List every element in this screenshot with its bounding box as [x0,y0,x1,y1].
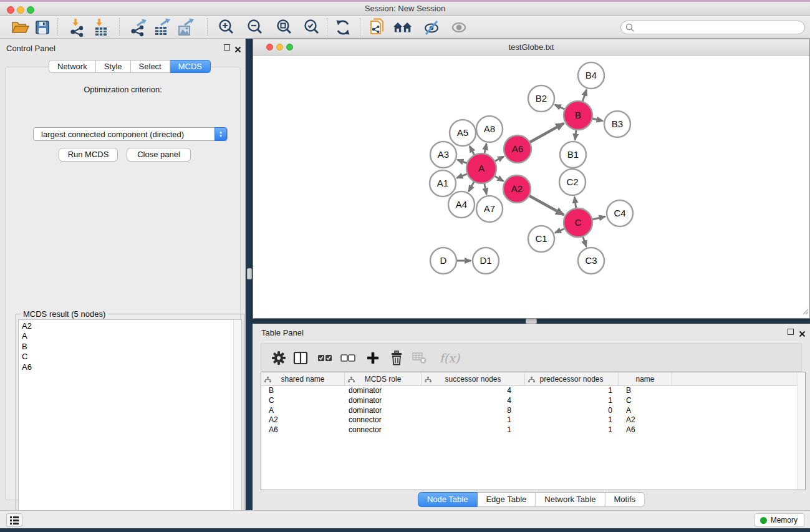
graph-node-label: D [440,255,447,266]
export-table-icon[interactable] [152,17,171,37]
table-row[interactable]: Cdominator41C [261,396,797,406]
scrollbar-track[interactable] [797,372,805,490]
mcds-result-item[interactable]: C [19,352,241,362]
graph-node-label: A5 [457,127,468,138]
table-row[interactable]: A6connector11A6 [261,425,797,435]
fx-label: f(x) [440,351,460,365]
float-panel-icon[interactable] [224,44,230,51]
delete-columns-icon[interactable] [388,349,405,367]
select-all-icon[interactable] [316,349,334,367]
column-type-icon [528,376,535,385]
mcds-result-item[interactable]: A6 [19,362,241,372]
search-box[interactable] [620,21,805,34]
zoom-selected-icon[interactable] [302,17,322,37]
column-header-shared-name[interactable]: shared name [261,372,345,386]
export-image-icon[interactable] [175,17,195,37]
network-canvas[interactable]: B4B2BB3A5A8A6B1A3AA1C2A2A4A7C4CC1C3DD1 [253,56,809,318]
search-input[interactable] [637,22,799,33]
export-network-icon[interactable] [128,17,148,37]
graph-node-label: C2 [566,177,578,187]
mcds-result-list[interactable]: A2ABCA6 [18,319,242,521]
zoom-fit-icon[interactable] [274,17,294,37]
tab-edge-table[interactable]: Edge Table [477,492,536,507]
close-panel-icon[interactable] [799,329,806,336]
task-history-button[interactable] [6,513,22,527]
network-graph[interactable]: B4B2BB3A5A8A6B1A3AA1C2A2A4A7C4CC1C3DD1 [253,56,809,318]
close-panel-button[interactable]: Close panel [127,148,191,162]
list-icon [9,515,20,526]
table-panel-tabs: Node TableEdge TableNetwork TableMotifs [418,492,645,507]
close-panel-icon[interactable] [234,44,241,51]
deselect-all-icon[interactable] [339,349,357,367]
delete-table-icon[interactable] [411,349,428,367]
table-row[interactable]: Bdominator41B [261,386,797,396]
table-cell: A [619,406,672,416]
open-file-icon[interactable] [10,17,30,37]
show-columns-icon[interactable] [292,349,309,367]
import-table-icon[interactable] [91,17,111,37]
status-bar: Memory [0,510,810,528]
tab-motifs[interactable]: Motifs [605,492,645,507]
table-row[interactable]: A2connector11A2 [261,415,797,425]
memory-button[interactable]: Memory [755,513,804,527]
tab-network[interactable]: Network [49,60,96,73]
function-builder-icon[interactable]: f(x) [437,349,462,367]
vertical-splitter-grip[interactable] [247,268,252,279]
toolbar-divider [207,18,208,36]
table-cell: A6 [619,425,672,435]
table-cell: 1 [422,425,525,435]
mcds-result-item[interactable]: B [19,342,241,352]
create-column-icon[interactable] [364,349,382,367]
mcds-result-item[interactable]: A2 [19,320,241,331]
table-cell: 1 [525,386,619,396]
main-toolbar [0,16,810,39]
float-panel-icon[interactable] [788,329,794,335]
network-window-titlebar[interactable]: testGlobe.txt [253,39,809,56]
import-network-icon[interactable] [67,17,87,37]
graph-node-label: B4 [586,70,597,80]
refresh-layout-icon[interactable] [333,17,353,37]
new-network-from-selection-icon[interactable] [367,17,387,37]
table-cell: A [261,406,345,416]
table-cell: C [619,396,672,406]
graph-node-label: B3 [612,118,623,129]
window-resize-grip[interactable] [801,306,809,317]
column-type-icon [264,376,271,385]
table-row[interactable]: Adominator80A [261,406,797,416]
tab-network-table[interactable]: Network Table [536,492,605,507]
save-session-icon[interactable] [32,17,52,37]
main-titlebar[interactable]: Session: New Session [0,2,810,16]
mcds-result-group: MCDS result (5 nodes) A2ABCA6 [16,314,244,524]
column-header-MCDS-role[interactable]: MCDS role [345,372,422,386]
criterion-dropdown[interactable]: largest connected component (directed) ▲… [33,127,228,141]
tab-mcds[interactable]: MCDS [170,60,211,73]
toolbar-divider [119,18,120,36]
control-panel: Control Panel Optimization criterion: la… [0,39,246,510]
mcds-result-title: MCDS result (5 nodes) [21,309,108,319]
graph-node-label: A2 [511,183,523,194]
zoom-in-icon[interactable] [216,17,236,37]
hide-selected-icon[interactable] [422,17,441,37]
search-icon [625,23,635,35]
tab-select[interactable]: Select [131,60,170,73]
memory-status-icon [760,517,767,524]
column-header-successor-nodes[interactable]: successor nodes [422,372,525,386]
graph-node-label: C3 [585,255,597,266]
horizontal-splitter-grip[interactable] [526,319,537,324]
graph-node-label: B [575,110,581,120]
tab-style[interactable]: Style [96,60,131,73]
network-view-window[interactable]: testGlobe.txt B4B2BB3A5A8A6B1A3AA1C2A2A4… [253,39,810,319]
table-cell: dominator [345,396,422,406]
first-neighbors-icon[interactable] [393,17,413,37]
show-all-icon[interactable] [449,17,469,37]
table-cell: A2 [619,415,672,425]
tab-node-table[interactable]: Node Table [418,492,478,507]
mcds-result-item[interactable]: A [19,331,241,341]
column-header-name[interactable]: name [619,372,672,386]
column-header-predecessor-nodes[interactable]: predecessor nodes [525,372,619,386]
zoom-out-icon[interactable] [245,17,265,37]
table-settings-icon[interactable] [270,349,287,367]
scrollbar-track[interactable] [233,320,241,521]
graph-node-label: A [478,163,485,173]
run-mcds-button[interactable]: Run MCDS [59,148,118,162]
